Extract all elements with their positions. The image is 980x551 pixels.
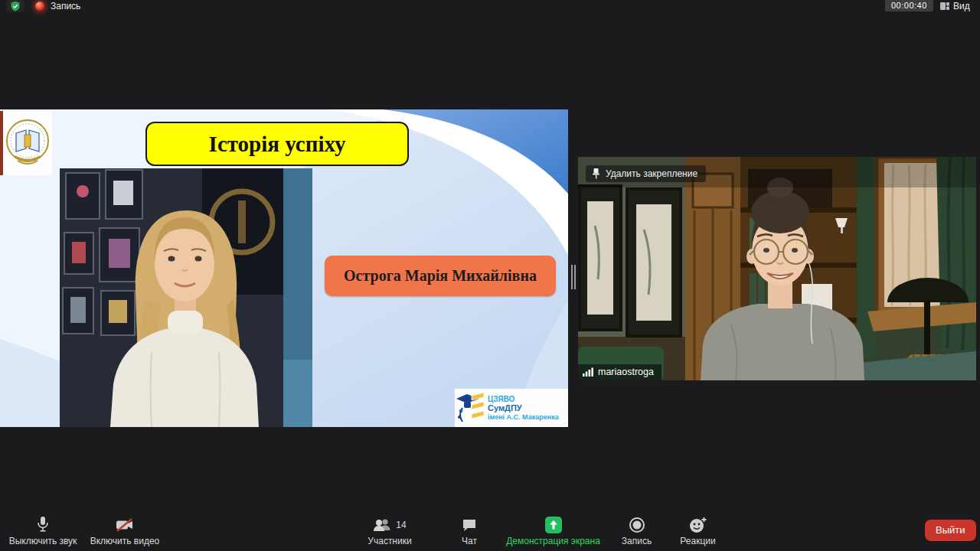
participant-nametag: mariaostroga	[578, 364, 662, 380]
pin-icon	[592, 168, 600, 179]
remove-pin-label: Удалить закрепление	[606, 168, 697, 179]
audio-level-icon	[583, 367, 593, 377]
shield-icon	[10, 1, 21, 11]
share-screen-button[interactable]: Демонстрация экрана	[498, 516, 609, 546]
meeting-toolbar: Выключить звук Включить видео	[0, 513, 980, 551]
sumdpu-logo-icon	[456, 391, 485, 425]
reactions-button[interactable]: Реакции	[669, 516, 727, 546]
mute-button[interactable]: Выключить звук	[6, 516, 80, 546]
record-label: Запись	[622, 536, 652, 546]
participants-label: Участники	[368, 536, 411, 546]
panel-resize-handle[interactable]	[569, 263, 578, 291]
slide-name-banner: Острога Марія Михайлівна	[325, 256, 556, 296]
remove-pin-button[interactable]: Удалить закрепление	[586, 165, 706, 182]
leave-meeting-button[interactable]: Выйти	[925, 520, 976, 541]
zoom-meeting-window: Запись 00:00:40 Вид	[0, 0, 980, 551]
grid-view-icon	[940, 2, 949, 10]
recording-label: Запись	[51, 1, 80, 11]
mute-button-label: Выключить звук	[9, 536, 77, 546]
record-icon	[629, 517, 645, 533]
record-button[interactable]: Запись	[608, 516, 665, 546]
university-emblem-icon	[5, 113, 50, 173]
view-button[interactable]: Вид	[937, 0, 973, 12]
microphone-icon	[37, 517, 49, 533]
meeting-timer: 00:00:40	[885, 0, 933, 11]
reactions-label: Реакции	[680, 536, 715, 546]
participants-button[interactable]: 14 Участники	[355, 516, 424, 546]
reactions-smiley-icon	[689, 517, 707, 533]
share-screen-icon	[544, 516, 563, 534]
slide-portrait-photo	[60, 168, 312, 427]
start-video-button[interactable]: Включить видео	[87, 516, 163, 546]
participants-count: 14	[396, 520, 406, 530]
participant-name: mariaostroga	[598, 367, 654, 377]
security-shield-icon[interactable]	[6, 0, 24, 12]
chat-icon	[462, 518, 477, 532]
chat-button[interactable]: Чат	[448, 516, 491, 546]
logo-line-2: СумДПУ	[488, 403, 559, 413]
view-button-label: Вид	[953, 1, 970, 11]
logo-line-1: ЦЗЯВО	[488, 395, 559, 404]
slide-title: Історія успіху	[145, 122, 409, 166]
pinned-video-tile[interactable]: Удалить закрепление mariaostroga	[578, 157, 976, 380]
shared-screen-slide: Історія успіху	[0, 109, 568, 427]
share-screen-label: Демонстрация экрана	[506, 536, 600, 546]
slide-logo: ЦЗЯВО СумДПУ імені А.С. Макаренка	[455, 389, 568, 427]
start-video-label: Включить видео	[90, 536, 160, 546]
recording-dot-icon	[35, 2, 44, 11]
university-emblem	[3, 111, 52, 175]
camera-off-icon	[114, 517, 136, 533]
participants-icon	[373, 518, 393, 532]
chat-label: Чат	[462, 536, 477, 546]
logo-line-3: імені А.С. Макаренка	[488, 413, 559, 421]
portrait-illustration	[60, 168, 312, 427]
participant-video-scene	[578, 157, 976, 380]
